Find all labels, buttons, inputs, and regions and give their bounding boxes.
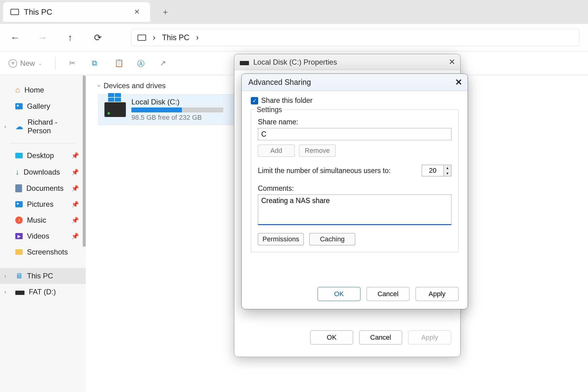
drive-name: Local Disk (C:) [131, 98, 223, 106]
spinner-up-button[interactable]: ▲ [444, 165, 451, 171]
home-icon: ⌂ [15, 85, 20, 95]
sidebar-item-documents[interactable]: Documents 📌 [0, 180, 86, 196]
tab-close-button[interactable]: ✕ [131, 5, 143, 19]
advanced-ok-button[interactable]: OK [318, 287, 360, 301]
breadcrumb-separator: › [196, 33, 198, 42]
close-button[interactable]: ✕ [449, 57, 455, 67]
monitor-icon [10, 8, 19, 16]
sidebar-item-label: Desktop [27, 151, 54, 160]
share-folder-row: ✓ Share this folder [251, 96, 458, 105]
back-button[interactable]: ← [9, 31, 21, 44]
monitor-icon [138, 33, 146, 42]
drive-free-text: 98.5 GB free of 232 GB [131, 114, 223, 122]
properties-titlebar[interactable]: Local Disk (C:) Properties ✕ [234, 54, 460, 70]
navigation-pane: ⌂ Home Gallery › ☁ Richard - Person Desk… [0, 75, 86, 392]
pictures-icon [15, 201, 23, 207]
paste-icon: 📋 [115, 59, 124, 68]
sidebar-item-label: FAT (D:) [29, 288, 56, 296]
share-name-input[interactable] [258, 128, 451, 140]
sidebar-item-screenshots[interactable]: Screenshots [0, 244, 86, 260]
remove-button[interactable]: Remove [299, 145, 336, 157]
advanced-sharing-title: Advanced Sharing [248, 78, 311, 87]
properties-ok-button[interactable]: OK [310, 330, 353, 345]
sidebar-item-downloads[interactable]: ↓ Downloads 📌 [0, 164, 86, 180]
chevron-right-icon[interactable]: › [4, 289, 6, 295]
drive-icon [15, 291, 24, 295]
pin-icon[interactable]: 📌 [71, 185, 79, 192]
share-button[interactable]: ↗ [160, 59, 169, 68]
limit-users-label: Limit the number of simultaneous users t… [258, 167, 390, 175]
breadcrumb-separator: › [153, 33, 155, 42]
limit-users-spinner[interactable]: ▲ ▼ [422, 165, 451, 176]
rename-button[interactable]: Ⓐ [137, 59, 146, 68]
folder-icon [15, 249, 23, 255]
limit-users-input[interactable] [422, 165, 443, 176]
pin-icon[interactable]: 📌 [71, 232, 79, 240]
sidebar-item-label: Richard - Person [28, 118, 80, 135]
chevron-right-icon[interactable]: › [4, 273, 6, 279]
advanced-cancel-button[interactable]: Cancel [367, 287, 409, 301]
tab-strip: This PC ✕ ＋ [0, 0, 588, 24]
sidebar-item-music[interactable]: ♪ Music 📌 [0, 212, 86, 228]
plus-circle-icon: + [9, 59, 17, 68]
refresh-button[interactable]: ⟳ [91, 31, 104, 44]
breadcrumb-this-pc[interactable]: This PC [162, 33, 189, 42]
chevron-down-icon: ⌄ [38, 60, 42, 66]
share-folder-checkbox[interactable]: ✓ [251, 97, 258, 104]
chevron-right-icon[interactable]: › [4, 123, 6, 130]
sidebar-separator [9, 143, 77, 143]
advanced-sharing-titlebar[interactable]: Advanced Sharing ✕ [242, 74, 468, 91]
sidebar-item-label: Home [24, 86, 44, 94]
rename-icon: Ⓐ [137, 59, 146, 68]
comments-input[interactable] [258, 194, 451, 225]
drive-info: Local Disk (C:) 98.5 GB free of 232 GB [131, 98, 223, 122]
properties-apply-button[interactable]: Apply [408, 330, 451, 345]
sidebar-item-videos[interactable]: ▶ Videos 📌 [0, 228, 86, 244]
gallery-icon [15, 103, 23, 109]
new-button[interactable]: + New ⌄ [9, 59, 42, 68]
download-icon: ↓ [15, 167, 19, 177]
cut-button[interactable]: ✂ [69, 59, 78, 68]
pin-icon[interactable]: 📌 [71, 201, 79, 208]
add-button[interactable]: Add [258, 145, 295, 157]
forward-button[interactable]: → [36, 31, 49, 44]
scissors-icon: ✂ [69, 59, 78, 68]
sidebar-item-label: This PC [27, 272, 53, 280]
paste-button[interactable]: 📋 [115, 59, 124, 68]
sidebar-item-desktop[interactable]: Desktop 📌 [0, 148, 86, 164]
toolbar-separator [55, 57, 56, 70]
up-button[interactable]: ↑ [64, 31, 77, 44]
sidebar-item-this-pc[interactable]: › 🖥 This PC [0, 268, 86, 284]
section-title: Devices and drives [104, 81, 166, 90]
sidebar-item-label: Music [27, 216, 46, 224]
pin-icon[interactable]: 📌 [71, 152, 79, 159]
settings-group: Settings Share name: Add Remove Limit th… [251, 110, 458, 252]
advanced-apply-button[interactable]: Apply [416, 287, 458, 301]
address-bar[interactable]: › This PC › [131, 29, 579, 46]
pin-icon[interactable]: 📌 [71, 217, 79, 224]
copy-icon: ⧉ [92, 59, 101, 68]
sidebar-item-onedrive[interactable]: › ☁ Richard - Person [0, 114, 86, 139]
permissions-button[interactable]: Permissions [258, 233, 304, 245]
sidebar-item-label: Documents [26, 184, 63, 193]
share-name-label: Share name: [258, 118, 451, 126]
sidebar-item-pictures[interactable]: Pictures 📌 [0, 196, 86, 212]
sidebar-item-fat-d[interactable]: › FAT (D:) [0, 284, 86, 300]
pc-icon: 🖥 [15, 272, 23, 280]
pin-icon[interactable]: 📌 [71, 168, 79, 176]
close-button[interactable]: ✕ [455, 77, 462, 87]
new-tab-button[interactable]: ＋ [156, 3, 175, 21]
properties-title: Local Disk (C:) Properties [253, 58, 337, 66]
properties-cancel-button[interactable]: Cancel [359, 330, 402, 345]
drive-icon [240, 61, 249, 65]
tab-this-pc[interactable]: This PC ✕ [3, 2, 150, 22]
sidebar-item-label: Downloads [24, 168, 60, 176]
chevron-down-icon[interactable]: › [96, 85, 102, 87]
music-icon: ♪ [15, 217, 23, 224]
sidebar-item-home[interactable]: ⌂ Home [0, 81, 86, 98]
copy-button[interactable]: ⧉ [92, 59, 101, 68]
spinner-down-button[interactable]: ▼ [444, 171, 451, 176]
desktop-icon [15, 153, 23, 158]
sidebar-item-gallery[interactable]: Gallery [0, 98, 86, 114]
caching-button[interactable]: Caching [309, 233, 355, 245]
